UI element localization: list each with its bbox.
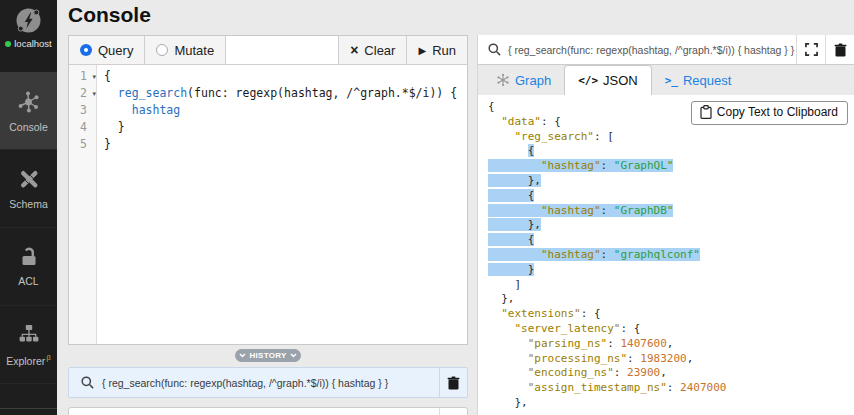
json-line: } (488, 263, 854, 278)
tab-label: JSON (603, 73, 638, 88)
results-panel: { reg_search(func: regexp(hashtag, /^gra… (477, 35, 854, 415)
query-panel: QueryMutate × Clear ▶ Run 1▾2▾345 { reg_… (68, 35, 468, 345)
tab-request[interactable]: >_Request (652, 65, 745, 95)
code-line: } (104, 119, 467, 136)
code-line: hashtag (104, 102, 467, 119)
json-line: { (488, 189, 854, 204)
fullscreen-button[interactable] (796, 35, 825, 64)
history-toggle[interactable]: HISTORY (235, 349, 301, 362)
json-line: { (488, 144, 854, 159)
code-line: reg_search(func: regexp(hashtag, /^graph… (104, 85, 467, 102)
mode-tab-label: Mutate (174, 43, 214, 58)
sidebar-item-label: Console (9, 121, 48, 133)
mode-tabs: QueryMutate (69, 36, 226, 64)
copy-button-label: Copy Text to Clipboard (717, 105, 838, 120)
sidebar-logo-block: localhost (0, 0, 57, 72)
clear-button[interactable]: × Clear (338, 36, 406, 64)
query-toolbar: QueryMutate × Clear ▶ Run (69, 36, 467, 65)
sidebar-item-schema[interactable]: Schema (0, 150, 57, 228)
result-query-text: { reg_search(func: regexp(hashtag, /^gra… (508, 44, 796, 56)
fold-marker-icon[interactable]: ▾ (92, 69, 96, 86)
json-line: }, (488, 396, 854, 411)
result-query-bar: { reg_search(func: regexp(hashtag, /^gra… (478, 35, 854, 65)
json-line: "hashtag": "graphqlconf" (488, 248, 854, 263)
json-icon: </> (578, 74, 598, 87)
json-line: }, (488, 218, 854, 233)
sidebar: localhost ConsoleSchemaACLExplorerβ (0, 0, 57, 415)
page-title: Console (68, 3, 151, 27)
history-query-text: { reg_search(func: regexp(hashtag, /^gra… (102, 377, 439, 389)
json-lines: { "data": { "reg_search": [ { "hashtag":… (488, 100, 854, 411)
code-editor[interactable]: 1▾2▾345 { reg_search(func: regexp(hashta… (69, 65, 467, 344)
tab-json[interactable]: </>JSON (564, 65, 652, 95)
result-tabs: Graph</>JSON>_Request (478, 65, 854, 95)
chevron-down-icon (239, 353, 246, 358)
mode-tab-mutate[interactable]: Mutate (145, 36, 226, 64)
code-line: } (104, 136, 467, 153)
chevron-down-icon (290, 353, 297, 358)
json-line: { (488, 233, 854, 248)
clear-button-label: Clear (364, 43, 395, 58)
sidebar-item-label: Explorerβ (6, 353, 51, 367)
dgraph-logo-icon (15, 7, 42, 34)
host-indicator[interactable]: localhost (5, 38, 52, 49)
sidebar-item-acl[interactable]: ACL (0, 228, 57, 306)
json-line: "extensions": { (488, 307, 854, 322)
history-entry[interactable] (68, 407, 468, 415)
line-number: 4 (69, 119, 96, 136)
sidebar-item-console[interactable]: Console (0, 72, 57, 150)
request-icon: >_ (665, 74, 678, 87)
fullscreen-icon (805, 43, 818, 56)
search-icon (488, 43, 501, 56)
history-toggle-label: HISTORY (249, 351, 286, 360)
graph-icon (496, 73, 510, 87)
json-line: "server_latency": { (488, 322, 854, 337)
tab-label: Request (683, 73, 731, 88)
run-button[interactable]: ▶ Run (406, 36, 467, 64)
tab-label: Graph (515, 73, 551, 88)
tab-graph[interactable]: Graph (483, 65, 564, 95)
acl-icon (18, 246, 40, 268)
fold-marker-icon[interactable]: ▾ (92, 86, 96, 103)
json-line: }, (488, 292, 854, 307)
app-root: localhost ConsoleSchemaACLExplorerβ Cons… (0, 0, 854, 415)
copy-to-clipboard-button[interactable]: Copy Text to Clipboard (691, 101, 848, 125)
explorer-icon (17, 322, 41, 346)
search-icon (81, 376, 94, 389)
sidebar-nav: ConsoleSchemaACLExplorerβ (0, 72, 57, 384)
mode-tab-query[interactable]: Query (69, 36, 145, 64)
json-line: "parsing_ns": 1407600, (488, 337, 854, 352)
json-line: "assign_timestamp_ns": 2407000 (488, 381, 854, 396)
json-line: }, (488, 174, 854, 189)
host-status-dot (5, 41, 11, 47)
line-number: 3 (69, 102, 96, 119)
json-line: "hashtag": "GraphDB" (488, 204, 854, 219)
radio-icon (156, 44, 168, 56)
result-delete-button[interactable] (825, 35, 854, 64)
beta-badge: β (46, 353, 51, 362)
console-icon (16, 89, 41, 114)
mode-tab-label: Query (98, 43, 133, 58)
json-line: "processing_ns": 1983200, (488, 352, 854, 367)
sidebar-item-label: ACL (18, 275, 38, 287)
host-label: localhost (14, 38, 52, 49)
line-number: 5 (69, 136, 96, 153)
sidebar-item-label: Schema (9, 198, 48, 210)
radio-icon (80, 44, 92, 56)
schema-icon (17, 167, 41, 191)
history-delete-button[interactable] (439, 368, 467, 397)
clear-icon: × (350, 43, 358, 57)
sidebar-item-explorer[interactable]: Explorerβ (0, 306, 57, 384)
history-delete-button[interactable] (439, 408, 467, 415)
run-button-label: Run (432, 43, 456, 58)
trash-icon (834, 43, 847, 57)
history-entry[interactable]: { reg_search(func: regexp(hashtag, /^gra… (68, 367, 468, 398)
line-number: 1▾ (69, 68, 96, 85)
json-output[interactable]: { "data": { "reg_search": [ { "hashtag":… (478, 95, 854, 415)
code-area[interactable]: { reg_search(func: regexp(hashtag, /^gra… (97, 65, 467, 344)
clipboard-icon (700, 105, 712, 119)
code-line: { (104, 68, 467, 85)
json-line: "hashtag": "GraphQL" (488, 159, 854, 174)
editor-gutter: 1▾2▾345 (69, 65, 97, 344)
json-line: "encoding_ns": 23900, (488, 366, 854, 381)
